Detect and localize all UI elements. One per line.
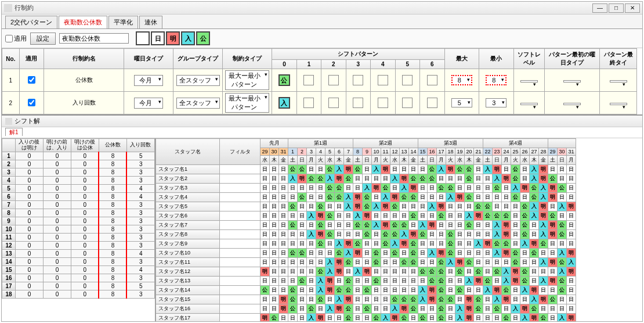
shift-cell[interactable]: 日 [390, 258, 400, 267]
shift-cell[interactable]: 日 [279, 314, 288, 322]
firstdow-dropdown[interactable] [563, 80, 581, 82]
shift-cell[interactable]: 日 [270, 193, 279, 202]
shift-cell[interactable]: 日 [270, 221, 279, 230]
shift-cell[interactable]: 日 [270, 249, 279, 258]
shift-cell[interactable]: 日 [539, 267, 548, 277]
shift-cell[interactable]: 公 [483, 211, 493, 221]
shift-cell[interactable]: 明 [279, 295, 288, 304]
shift-cell[interactable]: 日 [474, 314, 483, 322]
shift-cell[interactable]: 日 [353, 286, 363, 295]
shift-cell[interactable]: 入 [372, 202, 381, 211]
shift-cell[interactable]: 公 [363, 304, 372, 314]
shift-cell[interactable]: 入 [353, 267, 363, 277]
shift-cell[interactable]: 日 [455, 277, 465, 286]
shift-cell[interactable]: 入 [400, 184, 409, 193]
shift-cell[interactable]: 日 [567, 193, 576, 202]
shift-cell-6[interactable] [427, 98, 437, 108]
shift-cell[interactable]: 公 [288, 249, 298, 258]
shift-cell[interactable]: 入 [530, 202, 539, 211]
shift-cell[interactable]: 日 [530, 221, 539, 230]
shift-cell[interactable]: 日 [400, 277, 409, 286]
shift-cell[interactable]: 日 [493, 202, 502, 211]
shift-cell[interactable]: 公 [530, 249, 539, 258]
shift-cell[interactable]: 日 [483, 221, 493, 230]
shift-cell[interactable]: 公 [325, 184, 335, 193]
shift-cell[interactable]: 公 [325, 165, 335, 174]
shift-cell[interactable]: 日 [390, 211, 400, 221]
shift-cell[interactable]: 明 [344, 295, 353, 304]
shift-cell[interactable]: 公 [558, 221, 567, 230]
shift-cell[interactable]: 日 [353, 258, 363, 267]
palette-ake[interactable]: 明 [166, 31, 180, 45]
shift-cell[interactable]: 明 [539, 165, 548, 174]
shift-cell[interactable]: 日 [372, 304, 381, 314]
shift-cell[interactable]: 日 [474, 258, 483, 267]
shift-cell[interactable]: 日 [335, 211, 344, 221]
shift-cell[interactable]: 日 [381, 174, 390, 184]
shift-cell[interactable]: 入 [530, 295, 539, 304]
shift-cell[interactable]: 公 [409, 295, 418, 304]
shift-cell[interactable]: 日 [428, 304, 437, 314]
shift-cell[interactable]: 日 [288, 314, 298, 322]
shift-cell[interactable]: 明 [548, 230, 558, 239]
shift-cell[interactable]: 入 [493, 230, 502, 239]
shift-cell[interactable]: 入 [353, 211, 363, 221]
shift-cell[interactable]: 明 [390, 193, 400, 202]
shift-cell[interactable]: 日 [446, 211, 455, 221]
shift-cell[interactable]: 入 [539, 193, 548, 202]
shift-cell[interactable]: 公 [418, 267, 428, 277]
shift-cell[interactable]: 明 [520, 184, 530, 193]
shift-cell[interactable]: 日 [483, 295, 493, 304]
shift-cell[interactable]: 明 [548, 193, 558, 202]
apply-checkbox[interactable]: 適用 [5, 34, 27, 43]
shift-cell[interactable]: 日 [446, 286, 455, 295]
shift-cell[interactable]: 日 [548, 286, 558, 295]
shift-cell[interactable]: 日 [474, 174, 483, 184]
shift-cell[interactable]: 日 [511, 314, 520, 322]
shift-cell[interactable]: 日 [372, 239, 381, 249]
tab-0[interactable]: 2交代パターン [5, 16, 57, 28]
shift-cell[interactable]: 明 [428, 295, 437, 304]
shift-cell[interactable]: 公 [400, 295, 409, 304]
shift-cell[interactable]: 日 [316, 165, 325, 174]
shift-cell[interactable]: 公 [353, 165, 363, 174]
shift-cell[interactable]: 日 [567, 211, 576, 221]
shift-cell[interactable]: 明 [465, 314, 474, 322]
shift-cell[interactable]: 公 [316, 267, 325, 277]
shift-cell[interactable]: 日 [474, 286, 483, 295]
shift-cell[interactable]: 日 [298, 286, 307, 295]
shift-cell[interactable]: 日 [455, 239, 465, 249]
shift-cell[interactable]: 日 [558, 165, 567, 174]
shift-cell[interactable]: 入 [390, 239, 400, 249]
shift-cell[interactable]: 明 [335, 267, 344, 277]
shift-cell[interactable]: 日 [446, 277, 455, 286]
shift-cell[interactable]: 明 [381, 202, 390, 211]
shift-cell[interactable]: 入 [288, 174, 298, 184]
shift-cell[interactable]: 公 [502, 211, 511, 221]
pattype-dropdown[interactable] [610, 80, 627, 82]
shift-cell[interactable]: 日 [288, 230, 298, 239]
shift-cell[interactable]: 入 [493, 295, 502, 304]
shift-cell[interactable]: 日 [325, 314, 335, 322]
shift-cell[interactable]: 日 [390, 165, 400, 174]
shift-cell[interactable]: 明 [483, 239, 493, 249]
shift-cell[interactable]: 公 [428, 267, 437, 277]
shift-cell[interactable]: 公 [390, 230, 400, 239]
shift-cell[interactable]: 日 [270, 304, 279, 314]
shift-cell[interactable]: 公 [558, 230, 567, 239]
close-button[interactable]: ✕ [625, 3, 640, 13]
shift-cell[interactable]: 日 [363, 249, 372, 258]
shift-cell[interactable]: 入 [539, 230, 548, 239]
shift-cell[interactable]: 明 [539, 295, 548, 304]
shift-cell[interactable]: 公 [465, 221, 474, 230]
tab-3[interactable]: 連休 [139, 16, 162, 28]
shift-cell[interactable]: 明 [530, 286, 539, 295]
shift-cell[interactable]: 日 [418, 239, 428, 249]
shift-cell[interactable]: 公 [409, 258, 418, 267]
shift-cell[interactable]: 公 [288, 304, 298, 314]
shift-cell[interactable]: 日 [530, 258, 539, 267]
shift-cell[interactable]: 公 [298, 277, 307, 286]
shift-cell[interactable]: 公 [437, 267, 446, 277]
group-dropdown[interactable]: 全スタッフ [176, 75, 220, 86]
shift-cell[interactable]: 日 [409, 277, 418, 286]
